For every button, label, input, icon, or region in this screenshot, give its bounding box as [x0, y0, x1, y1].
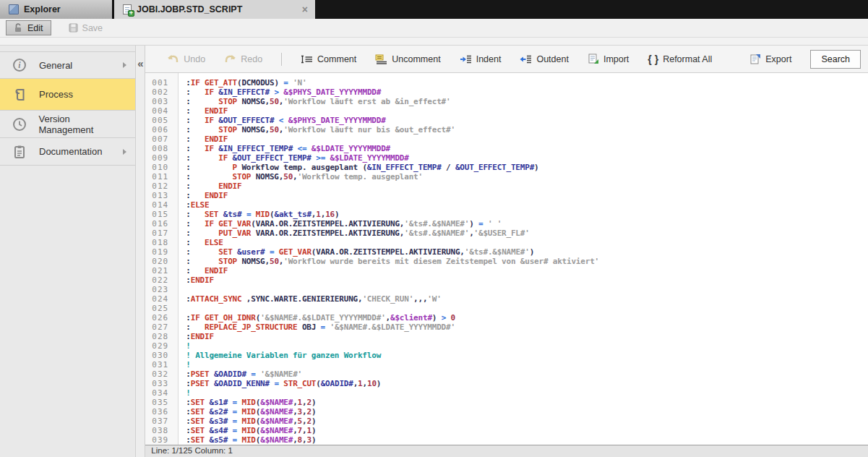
- indent-button[interactable]: Indent: [460, 54, 502, 64]
- indent-icon: [460, 54, 472, 64]
- tab-explorer-label: Explorer: [24, 4, 61, 14]
- code-line[interactable]: 008: IF &IN_EFFECT_TEMP# <= &$LDATE_YYYY…: [145, 144, 868, 153]
- code-line[interactable]: 038:SET &s4# = MID(&$NAME#,7,1): [145, 426, 868, 435]
- code-line[interactable]: 033:PSET &OADID_KENN# = STR_CUT(&OADID#,…: [145, 379, 868, 388]
- sidebar-item-version-management[interactable]: Version Management: [0, 111, 135, 138]
- status-bar: Line: 1/125 Column: 1: [145, 445, 868, 457]
- code-text: :SET &s2# = MID(&$NAME#,3,2): [179, 407, 316, 417]
- code-line[interactable]: 031!: [145, 360, 868, 370]
- undo-icon: [167, 54, 179, 64]
- code-text: : ENDIF: [179, 266, 228, 276]
- code-line[interactable]: 012: ENDIF: [145, 181, 868, 191]
- code-line[interactable]: 027: REPLACE_JP_STRUCTURE OBJ = '&$NAME#…: [145, 323, 868, 332]
- code-text: :ATTACH_SYNC ,SYNC.WARTE.GENIERIERUNG,'C…: [179, 294, 441, 304]
- undo-button[interactable]: Undo: [167, 54, 205, 64]
- code-line[interactable]: 017: PUT_VAR VARA.OR.ZEITSTEMPEL.AKTIVIE…: [145, 228, 868, 238]
- code-line[interactable]: 019: SET &user# = GET_VAR(VARA.OR.ZEITST…: [145, 247, 868, 257]
- uncomment-icon: [375, 54, 387, 64]
- code-line[interactable]: 036:SET &s2# = MID(&$NAME#,3,2): [145, 407, 868, 417]
- code-line[interactable]: 029!: [145, 341, 868, 351]
- outdent-button[interactable]: Outdent: [520, 54, 568, 64]
- code-line[interactable]: 020: STOP NOMSG,50,'Workflow wurde berei…: [145, 257, 868, 266]
- code-line[interactable]: 028:ENDIF: [145, 332, 868, 341]
- code-text: : ENDIF: [179, 191, 228, 200]
- tab-close-icon[interactable]: ×: [302, 4, 308, 15]
- code-line[interactable]: 002: IF &IN_EFFECT# > &$PHYS_DATE_YYYYMM…: [145, 87, 868, 97]
- code-line[interactable]: 007: ENDIF: [145, 134, 868, 144]
- line-number: 025: [145, 304, 179, 313]
- import-button[interactable]: Import: [588, 54, 629, 64]
- line-number: 011: [145, 172, 179, 181]
- code-line[interactable]: 023: [145, 285, 868, 294]
- tab-script[interactable]: + JOBI.JOBP.STD_SCRIPT ×: [114, 0, 315, 19]
- code-text: : SET &ts# = MID(&akt_ts#,1,16): [179, 210, 339, 219]
- sidebar-item-label: Process: [39, 89, 73, 100]
- code-line[interactable]: 015: SET &ts# = MID(&akt_ts#,1,16): [145, 210, 868, 219]
- code-text: : STOP NOMSG,50,'Workflow temp. ausgepla…: [179, 172, 423, 181]
- line-number: 015: [145, 210, 179, 219]
- code-line[interactable]: 006: STOP NOMSG,50,'Workflow läuft nur b…: [145, 125, 868, 134]
- line-number: 033: [145, 379, 179, 388]
- code-line[interactable]: 021: ENDIF: [145, 266, 868, 276]
- code-line[interactable]: 013: ENDIF: [145, 191, 868, 200]
- line-number: 022: [145, 276, 179, 285]
- code-line[interactable]: 001:IF GET_ATT(DCMODUS) = 'N': [145, 78, 868, 87]
- code-line[interactable]: 003: STOP NOMSG,50,'Workflow läuft erst …: [145, 97, 868, 106]
- sidebar-item-process[interactable]: Process: [0, 79, 135, 111]
- line-number: 008: [145, 144, 179, 153]
- comment-icon: [301, 54, 313, 64]
- code-editor[interactable]: 001:IF GET_ATT(DCMODUS) = 'N'002: IF &IN…: [145, 73, 868, 445]
- line-number: 026: [145, 313, 179, 323]
- scroll-icon: [12, 87, 27, 103]
- code-line[interactable]: 026:IF GET_OH_IDNR('&$NAME#.&$LDATE_YYYY…: [145, 313, 868, 323]
- line-number: 002: [145, 87, 179, 97]
- code-line[interactable]: 022:ENDIF: [145, 276, 868, 285]
- cursor-position-label: Line: 1/125 Column: 1: [151, 446, 233, 455]
- code-line[interactable]: 011: STOP NOMSG,50,'Workflow temp. ausge…: [145, 172, 868, 181]
- collapse-sidebar-icon[interactable]: «: [137, 57, 143, 69]
- code-text: :PSET &OADID_KENN# = STR_CUT(&OADID#,1,1…: [179, 379, 381, 388]
- line-number: 031: [145, 360, 179, 370]
- code-line[interactable]: 039:SET &s5# = MID(&$NAME#,8,3): [145, 435, 868, 445]
- code-line[interactable]: 032:PSET &OADID# = '&$NAME#': [145, 370, 868, 379]
- code-line[interactable]: 005: IF &OUT_EFFECT# < &$PHYS_DATE_YYYYM…: [145, 116, 868, 125]
- code-text: : IF GET_VAR(VARA.OR.ZEITSTEMPEL.AKTIVIE…: [179, 219, 502, 228]
- line-number: 012: [145, 181, 179, 191]
- code-line[interactable]: 010: P Workflow temp. ausgeplant (&IN_EF…: [145, 163, 868, 172]
- save-button[interactable]: Save: [61, 20, 111, 35]
- code-line[interactable]: 030! Allgemeine Variablen für ganzen Wor…: [145, 351, 868, 360]
- info-icon: i: [12, 57, 27, 73]
- tab-explorer[interactable]: Explorer: [0, 0, 113, 19]
- code-line[interactable]: 009: IF &OUT_EFFECT_TEMP# >= &$LDATE_YYY…: [145, 153, 868, 163]
- code-line[interactable]: 014:ELSE: [145, 200, 868, 210]
- search-button[interactable]: Search: [810, 50, 861, 69]
- code-line[interactable]: 016: IF GET_VAR(VARA.OR.ZEITSTEMPEL.AKTI…: [145, 219, 868, 228]
- main-area: i General Process: [0, 45, 868, 457]
- braces-icon: { }: [648, 54, 658, 65]
- code-line[interactable]: 004: ENDIF: [145, 106, 868, 116]
- redo-button[interactable]: Redo: [224, 54, 262, 64]
- line-number: 028: [145, 332, 179, 341]
- line-number: 034: [145, 388, 179, 398]
- clipboard-icon: [12, 144, 27, 160]
- sidebar-item-documentation[interactable]: Documentation: [0, 138, 135, 166]
- code-line[interactable]: 035:SET &s1# = MID(&$NAME#,1,2): [145, 398, 868, 407]
- sidebar-item-general[interactable]: i General: [0, 51, 135, 79]
- line-number: 001: [145, 78, 179, 87]
- comment-button[interactable]: Comment: [301, 54, 356, 64]
- code-text: :ENDIF: [179, 276, 214, 285]
- code-line[interactable]: 037:SET &s3# = MID(&$NAME#,5,2): [145, 417, 868, 426]
- line-number: 009: [145, 153, 179, 163]
- code-text: : STOP NOMSG,50,'Workflow läuft erst ab …: [179, 97, 450, 106]
- edit-toolbar: Edit Save: [0, 19, 868, 38]
- code-line[interactable]: 034!: [145, 388, 868, 398]
- uncomment-button[interactable]: Uncomment: [375, 54, 440, 64]
- chevron-right-icon: [123, 149, 126, 155]
- edit-button[interactable]: Edit: [6, 20, 51, 35]
- code-line[interactable]: 018: ELSE: [145, 238, 868, 247]
- code-text: ! Allgemeine Variablen für ganzen Workfl…: [179, 351, 381, 360]
- export-button[interactable]: Export: [749, 54, 791, 64]
- code-line[interactable]: 024:ATTACH_SYNC ,SYNC.WARTE.GENIERIERUNG…: [145, 294, 868, 304]
- reformat-all-button[interactable]: { } Reformat All: [648, 54, 712, 65]
- code-line[interactable]: 025: [145, 304, 868, 313]
